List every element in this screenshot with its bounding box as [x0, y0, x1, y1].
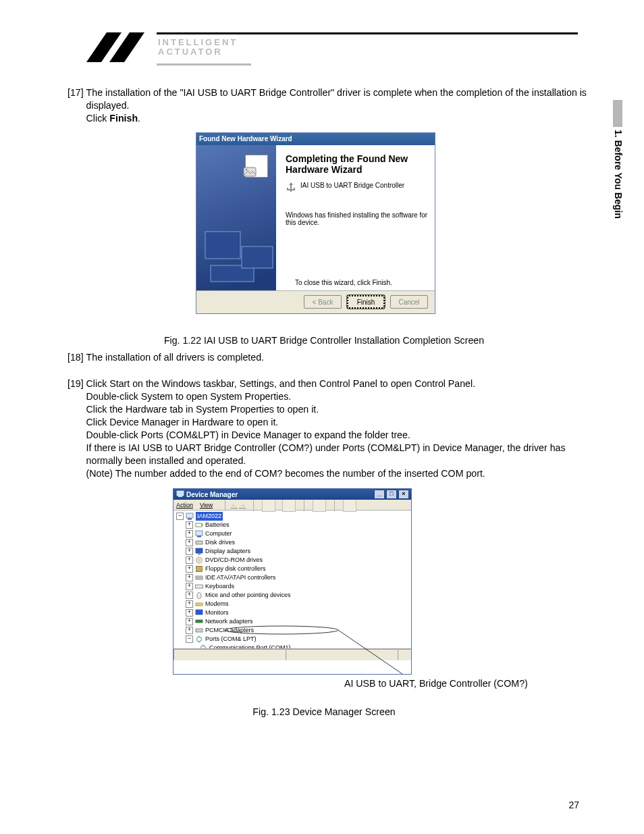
- svg-rect-21: [196, 567, 203, 572]
- menu-view[interactable]: View: [200, 502, 213, 509]
- tree-collapse-icon[interactable]: −: [186, 635, 193, 643]
- tree-item[interactable]: +Keyboards: [176, 582, 408, 591]
- tree-item-label: Network adapters: [205, 617, 253, 626]
- tree-item[interactable]: +Network adapters: [176, 617, 408, 626]
- tree-item[interactable]: +DVD/CD-ROM drives: [176, 556, 408, 565]
- tree-item-label: Display adapters: [205, 547, 250, 556]
- tree-root-label[interactable]: IAM2022: [196, 512, 223, 521]
- step-19-l5: Double-click Ports (COM&LPT) in Device M…: [86, 429, 410, 440]
- device-category-icon: [195, 583, 203, 590]
- step-17-click: Click: [86, 113, 110, 124]
- side-tab-label: 1. Before You Begin: [613, 130, 624, 219]
- device-category-icon: [195, 539, 203, 546]
- tree-item[interactable]: +IDE ATA/ATAPI controllers: [176, 573, 408, 582]
- tree-item[interactable]: +Mice and other pointing devices: [176, 591, 408, 600]
- tree-expand-icon[interactable]: +: [186, 609, 193, 617]
- svg-rect-26: [196, 603, 203, 606]
- devmgr-tree[interactable]: − IAM2022 +Batteries+Computer+Disk drive…: [173, 511, 411, 648]
- svg-point-33: [201, 646, 206, 648]
- tree-item-label: Monitors: [205, 608, 229, 617]
- step-number: [18]: [68, 351, 86, 364]
- tree-expand-icon[interactable]: +: [186, 583, 193, 590]
- callout-label: AI USB to UART, Bridge Controller (COM?): [344, 678, 528, 689]
- tree-item[interactable]: +Disk drives: [176, 538, 408, 547]
- step-19-l3: Click the Hardware tab in System Propert…: [86, 404, 319, 415]
- menu-action[interactable]: Action: [176, 502, 193, 509]
- tree-expand-icon[interactable]: +: [186, 521, 193, 529]
- device-category-icon: [195, 556, 203, 564]
- tree-expand-icon[interactable]: +: [186, 574, 193, 581]
- found-new-hardware-wizard: Found New Hardware Wizard Completing the…: [196, 132, 435, 314]
- side-tab-block-icon: [613, 100, 622, 127]
- tree-expand-icon[interactable]: +: [186, 618, 193, 625]
- devmgr-title-bar: Device Manager _ □ ×: [173, 489, 411, 500]
- tree-expand-icon[interactable]: +: [186, 539, 193, 546]
- tree-item-label: Floppy disk controllers: [205, 565, 266, 573]
- tree-item[interactable]: +Modems: [176, 600, 408, 608]
- svg-marker-7: [287, 182, 295, 192]
- tree-collapse-icon[interactable]: −: [176, 513, 184, 520]
- svg-rect-4: [205, 232, 240, 259]
- figure-1-22-caption: Fig. 1.22 IAI USB to UART Bridge Control…: [68, 335, 581, 346]
- svg-point-25: [197, 593, 201, 599]
- svg-rect-2: [244, 167, 256, 176]
- step-19-l2: Double-click System to open System Prope…: [86, 391, 292, 402]
- step-17-finish: Finish: [109, 113, 138, 124]
- wizard-finish-button[interactable]: Finish: [347, 295, 385, 309]
- toolbar-btn-1[interactable]: [262, 498, 275, 512]
- tree-item-ports[interactable]: −Ports (COM& LPT): [176, 635, 408, 644]
- close-button[interactable]: ×: [398, 490, 409, 499]
- toolbar-back-icon[interactable]: ←: [231, 502, 237, 509]
- step-19-l4: Click Device Manager in Hardware to open…: [86, 417, 279, 427]
- tree-item[interactable]: +PCMCIA adapters: [176, 626, 408, 635]
- tree-item[interactable]: +Floppy disk controllers: [176, 565, 408, 573]
- devmgr-title-text: Device Manager: [186, 491, 238, 498]
- header-rule: [157, 32, 578, 34]
- tree-expand-icon[interactable]: +: [186, 565, 193, 573]
- toolbar-btn-2[interactable]: [282, 498, 296, 512]
- tree-expand-icon[interactable]: +: [186, 556, 193, 564]
- side-chapter-tab: 1. Before You Begin: [613, 100, 624, 219]
- tree-expand-icon[interactable]: +: [186, 600, 193, 608]
- header-rule-2: [157, 63, 251, 66]
- computer-icon: [186, 513, 194, 520]
- tree-item-label: Communications Port (COM1): [209, 644, 291, 648]
- wizard-thumb-icon: [245, 155, 268, 178]
- svg-rect-27: [196, 610, 203, 615]
- devmgr-title-icon: [176, 490, 184, 499]
- brand-line-2: ACTUATOR: [158, 47, 238, 57]
- toolbar-btn-4[interactable]: [343, 498, 356, 512]
- wizard-cancel-button[interactable]: Cancel: [390, 295, 428, 309]
- device-category-icon: [195, 521, 203, 529]
- wizard-sidebar-graphic: [196, 145, 276, 290]
- maximize-button[interactable]: □: [386, 490, 397, 499]
- tree-expand-icon[interactable]: +: [186, 627, 193, 634]
- toolbar-fwd-icon[interactable]: →: [239, 502, 245, 509]
- tree-item[interactable]: +Monitors: [176, 608, 408, 617]
- wizard-message: Windows has finished installing the soft…: [286, 211, 428, 226]
- wizard-back-button[interactable]: < Back: [304, 295, 342, 309]
- tree-subitem[interactable]: Communications Port (COM1): [176, 644, 408, 648]
- wizard-title-bar: Found New Hardware Wizard: [196, 133, 435, 145]
- step-number: [17]: [68, 86, 86, 125]
- page-number: 27: [568, 800, 579, 810]
- tree-item[interactable]: +Batteries: [176, 521, 408, 529]
- svg-rect-15: [197, 536, 201, 538]
- tree-item-label: Keyboards: [205, 582, 234, 591]
- svg-point-20: [198, 560, 200, 561]
- tree-item[interactable]: +Computer: [176, 529, 408, 538]
- tree-expand-icon[interactable]: +: [186, 530, 193, 538]
- tree-expand-icon[interactable]: +: [186, 592, 193, 599]
- wizard-close-hint: To close this wizard, click Finish.: [295, 279, 392, 286]
- usb-device-icon: [286, 182, 296, 192]
- tree-expand-icon[interactable]: +: [186, 548, 193, 555]
- svg-rect-24: [196, 585, 203, 588]
- svg-point-30: [197, 637, 202, 642]
- svg-rect-12: [196, 523, 202, 527]
- tree-item[interactable]: +Display adapters: [176, 547, 408, 556]
- page-header: INTELLIGENT ACTUATOR: [86, 32, 579, 62]
- device-category-icon: [195, 609, 203, 617]
- minimize-button[interactable]: _: [374, 490, 385, 499]
- wizard-heading: Completing the Found New Hardware Wizard: [286, 153, 428, 175]
- toolbar-btn-3[interactable]: [313, 498, 326, 512]
